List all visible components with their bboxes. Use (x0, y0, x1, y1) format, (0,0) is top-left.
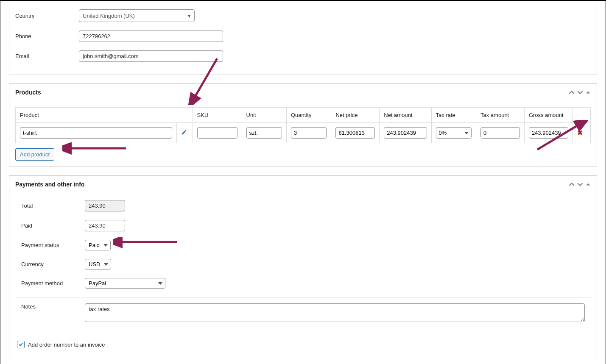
unit-input[interactable] (246, 127, 282, 139)
net-price-input[interactable] (335, 127, 375, 139)
col-unit: Unit (242, 108, 286, 123)
add-product-button[interactable]: Add product (15, 148, 54, 161)
email-label: Email (15, 53, 79, 59)
sku-input[interactable] (197, 127, 237, 139)
panel-up-icon[interactable] (569, 181, 575, 187)
paid-label: Paid (21, 222, 85, 229)
pencil-icon[interactable] (181, 130, 187, 136)
phone-input[interactable] (79, 31, 223, 42)
col-net-amount: Net amount (380, 108, 431, 123)
notes-label: Notes (21, 303, 85, 310)
col-qty: Quantity (286, 108, 331, 123)
qty-input[interactable] (291, 127, 327, 139)
country-label: Country (15, 13, 79, 19)
phone-label: Phone (15, 33, 79, 39)
col-gross: Gross amount (524, 108, 572, 123)
panel-up-icon[interactable] (569, 89, 575, 95)
payment-status-label: Payment status (21, 242, 85, 248)
payments-title: Payments and other info (15, 181, 84, 188)
product-name-input[interactable] (20, 127, 172, 139)
total-label: Total (21, 203, 85, 209)
customer-info-section: Country United Kingdom (UK) ▾ Phone Emai… (9, 1, 597, 75)
email-input[interactable] (79, 50, 223, 62)
col-tax-rate: Tax rate (431, 108, 476, 123)
tax-amount-input[interactable] (480, 127, 520, 139)
paid-input[interactable] (85, 220, 125, 231)
col-net-price: Net price (331, 108, 380, 123)
tax-rate-select[interactable]: 0% (436, 127, 472, 139)
products-panel: Products Product SKU Unit Quantity Net p… (9, 83, 597, 167)
panel-down-icon[interactable] (577, 89, 583, 95)
panel-down-icon[interactable] (577, 181, 583, 187)
products-title: Products (15, 89, 41, 96)
currency-label: Currency (21, 261, 85, 267)
payment-status-select[interactable]: Paid (85, 240, 111, 250)
country-select[interactable]: United Kingdom (UK) ▾ (79, 9, 195, 22)
payment-method-label: Payment method (21, 280, 85, 286)
col-actions (572, 108, 590, 123)
col-tax-amount: Tax amount (476, 108, 525, 123)
notes-textarea[interactable] (85, 303, 585, 322)
add-order-number-checkbox[interactable] (17, 341, 25, 348)
payment-method-select[interactable]: PayPal (85, 278, 165, 289)
panel-toggle-icon[interactable] (586, 90, 591, 95)
panel-toggle-icon[interactable] (586, 182, 591, 187)
product-row: 0% ✖ (16, 123, 591, 143)
delete-icon[interactable]: ✖ (577, 129, 583, 136)
col-product: Product (16, 108, 193, 123)
net-amount-input[interactable] (384, 127, 427, 139)
products-table: Product SKU Unit Quantity Net price Net … (15, 107, 591, 143)
add-order-number-label: Add order number to an invoice (28, 342, 105, 348)
payments-panel: Payments and other info Total Paid Payme… (9, 175, 597, 357)
chevron-down-icon: ▾ (188, 13, 191, 19)
total-input (85, 200, 125, 211)
gross-amount-input[interactable] (529, 127, 568, 139)
country-select-value: United Kingdom (UK) (83, 13, 135, 19)
col-sku: SKU (193, 108, 242, 123)
currency-select[interactable]: USD (85, 259, 111, 270)
